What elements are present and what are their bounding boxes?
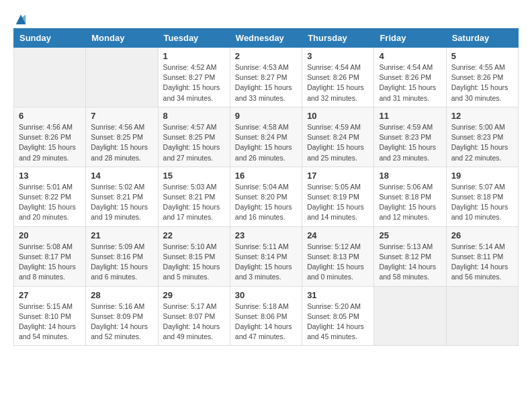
day-of-week-header: Wednesday <box>230 29 302 48</box>
day-of-week-header: Thursday <box>302 29 374 48</box>
day-number: 1 <box>163 51 225 61</box>
day-info: Sunrise: 5:03 AM Sunset: 8:21 PM Dayligh… <box>163 182 225 223</box>
day-info: Sunrise: 5:20 AM Sunset: 8:05 PM Dayligh… <box>307 302 369 342</box>
day-info: Sunrise: 4:59 AM Sunset: 8:23 PM Dayligh… <box>379 122 441 163</box>
day-number: 30 <box>235 290 297 300</box>
logo <box>13 13 27 21</box>
day-info: Sunrise: 4:56 AM Sunset: 8:25 PM Dayligh… <box>91 122 152 163</box>
calendar-cell <box>374 286 446 346</box>
day-number: 29 <box>163 290 225 300</box>
day-info: Sunrise: 5:01 AM Sunset: 8:22 PM Dayligh… <box>19 182 81 223</box>
day-number: 11 <box>379 111 441 121</box>
day-of-week-header: Friday <box>374 29 446 48</box>
calendar-cell: 24Sunrise: 5:12 AM Sunset: 8:13 PM Dayli… <box>302 226 374 286</box>
day-info: Sunrise: 5:12 AM Sunset: 8:13 PM Dayligh… <box>307 242 369 283</box>
calendar-cell: 25Sunrise: 5:13 AM Sunset: 8:12 PM Dayli… <box>374 226 446 286</box>
day-number: 28 <box>91 290 152 300</box>
day-of-week-header: Monday <box>86 29 158 48</box>
calendar-cell: 29Sunrise: 5:17 AM Sunset: 8:07 PM Dayli… <box>158 286 230 346</box>
day-info: Sunrise: 5:04 AM Sunset: 8:20 PM Dayligh… <box>235 182 297 223</box>
calendar-cell <box>446 286 518 346</box>
calendar-cell: 30Sunrise: 5:18 AM Sunset: 8:06 PM Dayli… <box>230 286 302 346</box>
day-number: 8 <box>163 111 225 121</box>
calendar-table: SundayMondayTuesdayWednesdayThursdayFrid… <box>13 28 519 346</box>
day-number: 12 <box>451 111 513 121</box>
calendar-cell: 11Sunrise: 4:59 AM Sunset: 8:23 PM Dayli… <box>374 107 446 167</box>
day-info: Sunrise: 5:11 AM Sunset: 8:14 PM Dayligh… <box>235 242 297 283</box>
day-number: 6 <box>19 111 81 121</box>
day-number: 10 <box>307 111 369 121</box>
day-number: 16 <box>235 171 297 181</box>
day-number: 7 <box>91 111 152 121</box>
day-info: Sunrise: 4:59 AM Sunset: 8:24 PM Dayligh… <box>307 122 369 163</box>
day-number: 24 <box>307 230 369 240</box>
day-info: Sunrise: 5:07 AM Sunset: 8:18 PM Dayligh… <box>451 182 513 223</box>
day-number: 4 <box>379 51 441 61</box>
day-number: 5 <box>451 51 513 61</box>
day-number: 18 <box>379 171 441 181</box>
calendar-cell: 20Sunrise: 5:08 AM Sunset: 8:17 PM Dayli… <box>14 226 86 286</box>
calendar-cell: 15Sunrise: 5:03 AM Sunset: 8:21 PM Dayli… <box>158 167 230 226</box>
calendar-cell: 4Sunrise: 4:54 AM Sunset: 8:26 PM Daylig… <box>374 48 446 107</box>
calendar-cell: 13Sunrise: 5:01 AM Sunset: 8:22 PM Dayli… <box>14 167 86 226</box>
day-number: 27 <box>19 290 81 300</box>
calendar-cell: 23Sunrise: 5:11 AM Sunset: 8:14 PM Dayli… <box>230 226 302 286</box>
day-number: 17 <box>307 171 369 181</box>
calendar-cell: 27Sunrise: 5:15 AM Sunset: 8:10 PM Dayli… <box>14 286 86 346</box>
calendar-cell: 12Sunrise: 5:00 AM Sunset: 8:23 PM Dayli… <box>446 107 518 167</box>
calendar-cell: 7Sunrise: 4:56 AM Sunset: 8:25 PM Daylig… <box>86 107 158 167</box>
day-number: 25 <box>379 230 441 240</box>
day-number: 3 <box>307 51 369 61</box>
calendar-cell <box>86 48 158 107</box>
calendar-cell: 21Sunrise: 5:09 AM Sunset: 8:16 PM Dayli… <box>86 226 158 286</box>
day-info: Sunrise: 4:57 AM Sunset: 8:25 PM Dayligh… <box>163 122 225 163</box>
day-info: Sunrise: 4:58 AM Sunset: 8:24 PM Dayligh… <box>235 122 297 163</box>
day-info: Sunrise: 4:55 AM Sunset: 8:26 PM Dayligh… <box>451 62 513 103</box>
calendar-cell: 16Sunrise: 5:04 AM Sunset: 8:20 PM Dayli… <box>230 167 302 226</box>
calendar-cell: 14Sunrise: 5:02 AM Sunset: 8:21 PM Dayli… <box>86 167 158 226</box>
day-number: 19 <box>451 171 513 181</box>
day-info: Sunrise: 5:08 AM Sunset: 8:17 PM Dayligh… <box>19 242 81 283</box>
day-of-week-header: Sunday <box>14 29 86 48</box>
calendar-cell: 9Sunrise: 4:58 AM Sunset: 8:24 PM Daylig… <box>230 107 302 167</box>
day-number: 23 <box>235 230 297 240</box>
day-info: Sunrise: 4:54 AM Sunset: 8:26 PM Dayligh… <box>307 62 369 103</box>
day-number: 22 <box>163 230 225 240</box>
calendar-cell: 1Sunrise: 4:52 AM Sunset: 8:27 PM Daylig… <box>158 48 230 107</box>
calendar-cell: 22Sunrise: 5:10 AM Sunset: 8:15 PM Dayli… <box>158 226 230 286</box>
day-of-week-header: Saturday <box>446 29 518 48</box>
day-number: 15 <box>163 171 225 181</box>
day-number: 14 <box>91 171 152 181</box>
day-info: Sunrise: 5:13 AM Sunset: 8:12 PM Dayligh… <box>379 242 441 283</box>
calendar-cell: 2Sunrise: 4:53 AM Sunset: 8:27 PM Daylig… <box>230 48 302 107</box>
calendar-cell <box>14 48 86 107</box>
day-info: Sunrise: 5:18 AM Sunset: 8:06 PM Dayligh… <box>235 302 297 342</box>
calendar-cell: 31Sunrise: 5:20 AM Sunset: 8:05 PM Dayli… <box>302 286 374 346</box>
calendar-cell: 17Sunrise: 5:05 AM Sunset: 8:19 PM Dayli… <box>302 167 374 226</box>
calendar-cell: 18Sunrise: 5:06 AM Sunset: 8:18 PM Dayli… <box>374 167 446 226</box>
day-info: Sunrise: 5:17 AM Sunset: 8:07 PM Dayligh… <box>163 302 225 342</box>
day-of-week-header: Tuesday <box>158 29 230 48</box>
day-info: Sunrise: 5:16 AM Sunset: 8:09 PM Dayligh… <box>91 302 152 342</box>
day-info: Sunrise: 5:14 AM Sunset: 8:11 PM Dayligh… <box>451 242 513 283</box>
calendar-cell: 3Sunrise: 4:54 AM Sunset: 8:26 PM Daylig… <box>302 48 374 107</box>
day-info: Sunrise: 4:52 AM Sunset: 8:27 PM Dayligh… <box>163 62 225 103</box>
day-number: 21 <box>91 230 152 240</box>
calendar-cell: 5Sunrise: 4:55 AM Sunset: 8:26 PM Daylig… <box>446 48 518 107</box>
day-info: Sunrise: 5:06 AM Sunset: 8:18 PM Dayligh… <box>379 182 441 223</box>
day-info: Sunrise: 5:15 AM Sunset: 8:10 PM Dayligh… <box>19 302 81 342</box>
page-header <box>13 13 519 21</box>
day-info: Sunrise: 4:53 AM Sunset: 8:27 PM Dayligh… <box>235 62 297 103</box>
calendar-cell: 6Sunrise: 4:56 AM Sunset: 8:26 PM Daylig… <box>14 107 86 167</box>
logo-icon <box>15 13 27 26</box>
day-number: 26 <box>451 230 513 240</box>
day-info: Sunrise: 5:00 AM Sunset: 8:23 PM Dayligh… <box>451 122 513 163</box>
day-info: Sunrise: 5:02 AM Sunset: 8:21 PM Dayligh… <box>91 182 152 223</box>
calendar-cell: 8Sunrise: 4:57 AM Sunset: 8:25 PM Daylig… <box>158 107 230 167</box>
day-info: Sunrise: 4:56 AM Sunset: 8:26 PM Dayligh… <box>19 122 81 163</box>
calendar-cell: 28Sunrise: 5:16 AM Sunset: 8:09 PM Dayli… <box>86 286 158 346</box>
day-number: 13 <box>19 171 81 181</box>
day-info: Sunrise: 5:05 AM Sunset: 8:19 PM Dayligh… <box>307 182 369 223</box>
day-number: 9 <box>235 111 297 121</box>
calendar-cell: 19Sunrise: 5:07 AM Sunset: 8:18 PM Dayli… <box>446 167 518 226</box>
